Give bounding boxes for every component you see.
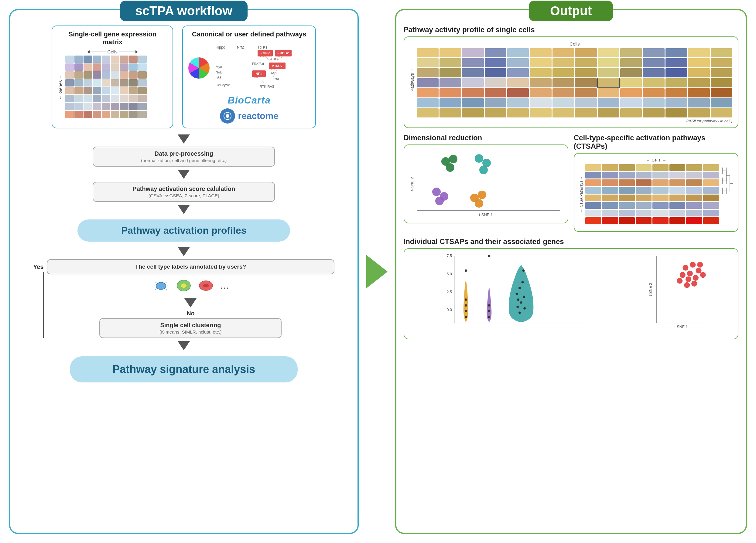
svg-line-27 (259, 77, 264, 83)
matrix-cell-71 (138, 111, 147, 118)
heatmap-cell-0-12 (688, 48, 710, 57)
heatmap-cell-4-10 (643, 88, 664, 97)
section4: Individual CTSAPs and their associated g… (404, 237, 739, 339)
svg-text:5.0: 5.0 (446, 272, 452, 276)
matrix-cell-63 (65, 111, 74, 118)
heatmap-cell-0-4 (507, 48, 529, 57)
heatmap-cell-5-7 (575, 98, 597, 108)
reactome-section: reactome (220, 108, 279, 124)
matrix-cell-61 (129, 103, 138, 110)
heatmap-cell-1-3 (485, 58, 506, 67)
svg-point-72 (464, 298, 467, 301)
ctsap-cell-4-7 (703, 195, 719, 201)
ctsap-cell-6-3 (636, 210, 652, 217)
heatmap-cell-3-3 (485, 78, 506, 87)
center-arrow-container (368, 9, 386, 534)
heatmap-cell-1-5 (530, 58, 551, 67)
svg-point-100 (685, 276, 691, 282)
matrix-cell-5 (111, 56, 119, 63)
matrix-cell-37 (74, 87, 83, 94)
heatmap-cell-6-7 (575, 108, 597, 118)
heatmap-cell-6-13 (711, 108, 732, 118)
ctsap-cell-5-4 (652, 202, 668, 209)
svg-point-101 (679, 272, 685, 278)
heatmap-cell-5-0 (417, 98, 439, 108)
ctsap-cell-6-7 (703, 210, 719, 217)
ctsap-cell-0-6 (686, 164, 702, 171)
heatmap-cell-0-6 (552, 48, 574, 57)
svg-point-78 (488, 310, 490, 312)
heatmap-cell-5-9 (620, 98, 642, 108)
matrix-cell-54 (65, 103, 74, 110)
heatmap-cell-1-12 (688, 58, 710, 67)
tsne-clusters-svg (418, 152, 568, 222)
ctsap-cell-5-5 (669, 202, 685, 209)
ctsap-cell-1-7 (703, 172, 719, 179)
top-input-boxes: Single-cell gene expression matrix Cells (16, 26, 351, 128)
ctsap-cell-0-5 (669, 164, 685, 171)
heatmap-cell-0-9 (620, 48, 642, 57)
heatmap-cell-3-12 (688, 78, 710, 87)
matrix-cell-45 (65, 95, 74, 102)
svg-point-43 (446, 163, 454, 172)
ctsap-cell-3-4 (652, 187, 668, 194)
scatter-plot-area: t-SNE 1 t-SNE 2 (627, 253, 733, 334)
ctsap-cell-7-7 (703, 217, 719, 224)
svg-point-30 (156, 282, 166, 289)
ctsap-cell-7-2 (619, 217, 635, 224)
heatmap-cell-2-12 (688, 68, 710, 77)
ctsap-cell-3-1 (602, 187, 618, 194)
svg-point-86 (520, 301, 522, 304)
section3-title: Cell-type-specific activation pathways (… (574, 134, 738, 151)
ctsap-cell-0-0 (585, 164, 601, 171)
heatmap-cell-4-11 (665, 88, 687, 97)
svg-point-82 (518, 287, 521, 289)
matrix-cell-16 (129, 63, 138, 71)
heatmap-right-section: ← Cells → (417, 41, 733, 123)
heatmap-cell-0-8 (598, 48, 619, 57)
matrix-cell-28 (74, 79, 83, 87)
heatmap-cell-2-7 (575, 68, 597, 77)
biocarta-label: BioCarta (228, 95, 271, 106)
svg-line-31 (155, 282, 158, 284)
yes-side: Yes (33, 259, 43, 338)
pathways-down-arrow: ↓ (411, 93, 413, 97)
svg-point-98 (687, 271, 693, 276)
individual-ctsap-box: 7.5 5.0 2.5 0.0 (404, 248, 739, 339)
ctsap-cell-0-4 (652, 164, 668, 171)
matrix-cell-20 (84, 71, 92, 79)
left-panel-inner: Single-cell gene expression matrix Cells (16, 16, 351, 527)
ctsap-cell-1-5 (669, 172, 685, 179)
section1: Pathway activity profile of single cells… (404, 26, 739, 128)
matrix-cell-34 (129, 79, 138, 87)
ctsap-cell-5-6 (686, 202, 702, 209)
svg-point-105 (677, 278, 682, 283)
svg-line-24 (265, 56, 270, 60)
genes-up-arrow: ↑ (59, 74, 61, 79)
matrix-cell-41 (111, 87, 119, 94)
ctsap-cell-4-6 (686, 195, 702, 201)
matrix-cell-15 (120, 63, 128, 71)
heatmap-cell-4-8 (598, 88, 619, 97)
heatmap-layout: ↑ Pathways ↓ ← Cells (410, 41, 733, 123)
pathways-up-arrow: ↑ (411, 67, 413, 72)
output-heatmap-grid (417, 48, 733, 118)
svg-point-85 (523, 295, 525, 298)
svg-text:9%: 9% (271, 67, 275, 70)
preprocessing-title: Data pre-processing (99, 150, 268, 157)
heatmap-cell-3-5 (530, 78, 551, 87)
heatmap-cell-0-1 (440, 48, 461, 57)
pas-box: Pathway activation score calulation (GSV… (93, 182, 275, 202)
section2: Dimensional reduction t-SNE 1 t-SNE 2 (404, 134, 568, 232)
svg-point-47 (432, 188, 441, 196)
svg-point-96 (690, 262, 696, 268)
y-axis (417, 152, 417, 211)
matrix-cell-66 (93, 111, 101, 118)
ctsap-cells-label: ← Cells → (579, 158, 733, 162)
heatmap-cell-5-6 (552, 98, 574, 108)
svg-text:5%: 5% (254, 75, 258, 78)
ctsap-cell-7-4 (652, 217, 668, 224)
heatmap-cell-6-12 (688, 108, 710, 118)
ctsap-cell-5-2 (619, 202, 635, 209)
tsne2-label: t-SNE 2 (410, 177, 414, 191)
